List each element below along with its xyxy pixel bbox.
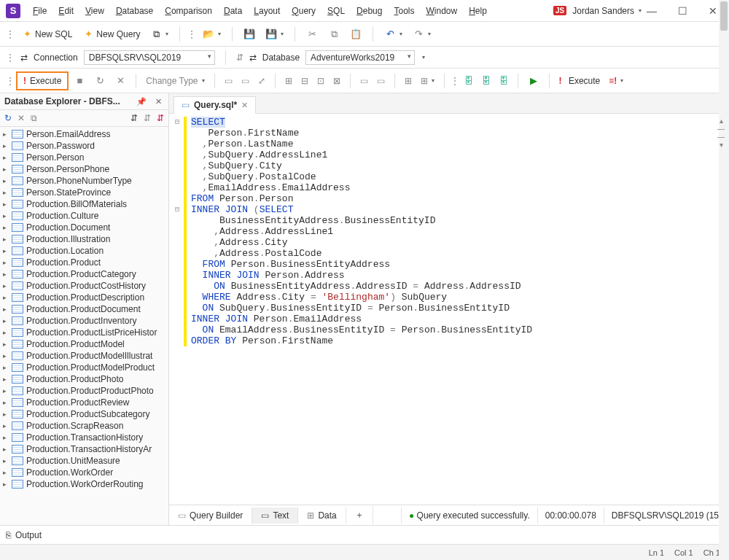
refresh-explorer-icon[interactable]: ↻ bbox=[4, 113, 12, 123]
execute-options[interactable]: ≡!▾ bbox=[605, 74, 627, 88]
table-row[interactable]: ▸Production.Illustration bbox=[0, 233, 168, 245]
cut-button[interactable]: ✂ bbox=[303, 26, 321, 42]
menu-help[interactable]: Help bbox=[464, 3, 492, 19]
query-builder-tab[interactable]: ▭Query Builder bbox=[169, 508, 252, 524]
tool-icon-3[interactable]: ⤢ bbox=[254, 74, 269, 88]
menu-edit[interactable]: Edit bbox=[53, 3, 79, 19]
output-icon[interactable]: ⎘ bbox=[6, 530, 11, 540]
db-icon[interactable]: ⇵ bbox=[236, 52, 243, 63]
plug-icon[interactable]: ⇄ bbox=[20, 52, 28, 63]
table-row[interactable]: ▸Production.ProductProductPhoto bbox=[0, 385, 168, 397]
table-row[interactable]: ▸Person.StateProvince bbox=[0, 187, 168, 198]
filter-icon-3[interactable]: ⇵ bbox=[157, 113, 164, 123]
table-row[interactable]: ▸Production.BillOfMaterials bbox=[0, 198, 168, 210]
tab-query[interactable]: ▭ Query.sql* ✕ bbox=[174, 96, 256, 114]
db-action-3[interactable]: 🗄 bbox=[496, 74, 512, 88]
table-row[interactable]: ▸Production.TransactionHistory bbox=[0, 432, 168, 443]
toolbar-icon[interactable]: ⧉▾ bbox=[147, 26, 172, 42]
db-switch-icon[interactable]: ⇄ bbox=[249, 52, 257, 63]
table-row[interactable]: ▸Person.PhoneNumberType bbox=[0, 175, 168, 187]
tool-icon-11[interactable]: ⊞▾ bbox=[417, 74, 438, 88]
user-name[interactable]: Jordan Sanders bbox=[572, 6, 634, 16]
table-row[interactable]: ▸Production.Document bbox=[0, 222, 168, 233]
execute-button-2[interactable]: ! Execute bbox=[555, 74, 604, 88]
table-row[interactable]: ▸Production.WorkOrder bbox=[0, 467, 168, 478]
menu-window[interactable]: Window bbox=[421, 3, 462, 19]
table-row[interactable]: ▸Production.ProductCostHistory bbox=[0, 280, 168, 292]
add-tab-button[interactable]: ＋ bbox=[346, 506, 373, 524]
paste-button[interactable]: 📋 bbox=[346, 26, 365, 42]
copy-icon[interactable]: ⧉ bbox=[31, 113, 37, 123]
explorer-close-icon[interactable]: ✕ bbox=[153, 97, 164, 106]
menu-file[interactable]: File bbox=[28, 3, 52, 19]
db-action-2[interactable]: 🗄 bbox=[478, 74, 494, 88]
db-action-1[interactable]: 🗄 bbox=[461, 74, 477, 88]
tool-icon-10[interactable]: ⊞ bbox=[401, 74, 416, 88]
tool-icon-4[interactable]: ⊞ bbox=[281, 74, 296, 88]
explorer-tree[interactable]: ▸Person.EmailAddress▸Person.Password▸Per… bbox=[0, 127, 168, 525]
menu-tools[interactable]: Tools bbox=[389, 3, 419, 19]
undo-button[interactable]: ↶▾ bbox=[381, 26, 406, 42]
table-row[interactable]: ▸Person.PersonPhone bbox=[0, 163, 168, 175]
new-sql-button[interactable]: ✦New SQL bbox=[17, 26, 76, 42]
menu-query[interactable]: Query bbox=[286, 3, 321, 19]
table-row[interactable]: ▸Production.Location bbox=[0, 245, 168, 257]
table-row[interactable]: ▸Production.ProductCategory bbox=[0, 268, 168, 280]
connection-combo[interactable]: DBFSQLSRV\SQL2019 bbox=[84, 50, 215, 65]
save-all-button[interactable]: 💾▾ bbox=[262, 26, 287, 42]
output-label[interactable]: Output bbox=[15, 530, 42, 540]
table-row[interactable]: ▸Production.ProductModelProduct bbox=[0, 362, 168, 373]
text-tab[interactable]: ▭Text bbox=[252, 508, 298, 524]
stop-button[interactable]: ■ bbox=[70, 73, 89, 89]
database-combo[interactable]: AdventureWorks2019 bbox=[305, 50, 415, 65]
filter-icon-2[interactable]: ⇵ bbox=[144, 113, 151, 123]
table-row[interactable]: ▸Production.UnitMeasure bbox=[0, 455, 168, 467]
tool-icon-5[interactable]: ⊟ bbox=[297, 74, 312, 88]
cancel-button[interactable]: ✕ bbox=[111, 73, 130, 89]
table-row[interactable]: ▸Person.EmailAddress bbox=[0, 128, 168, 140]
table-row[interactable]: ▸Person.Person bbox=[0, 152, 168, 163]
menu-sql[interactable]: SQL bbox=[322, 3, 350, 19]
tool-icon-9[interactable]: ▭ bbox=[373, 74, 389, 88]
copy-button[interactable]: ⧉ bbox=[324, 26, 343, 42]
table-row[interactable]: ▸Production.TransactionHistoryAr bbox=[0, 443, 168, 455]
redo-button[interactable]: ↷▾ bbox=[409, 26, 434, 42]
table-row[interactable]: ▸Production.WorkOrderRouting bbox=[0, 478, 168, 490]
table-row[interactable]: ▸Production.ProductModel bbox=[0, 338, 168, 350]
save-button[interactable]: 💾 bbox=[240, 26, 259, 42]
table-row[interactable]: ▸Production.ProductDescription bbox=[0, 292, 168, 303]
minimize-button[interactable]: — bbox=[642, 5, 662, 17]
tab-close-icon[interactable]: ✕ bbox=[241, 101, 248, 110]
tool-icon-6[interactable]: ⊡ bbox=[313, 74, 328, 88]
tool-icon-8[interactable]: ▭ bbox=[356, 74, 372, 88]
table-row[interactable]: ▸Production.ProductInventory bbox=[0, 315, 168, 327]
delete-icon[interactable]: ✕ bbox=[17, 113, 25, 123]
open-button[interactable]: 📂▾ bbox=[199, 26, 225, 42]
table-row[interactable]: ▸Production.ProductPhoto bbox=[0, 373, 168, 385]
run-button[interactable]: ▶ bbox=[524, 73, 543, 89]
table-row[interactable]: ▸Production.ProductListPriceHistor bbox=[0, 327, 168, 338]
refresh-button[interactable]: ↻ bbox=[90, 73, 109, 89]
new-query-button[interactable]: ✦New Query bbox=[79, 26, 144, 42]
table-row[interactable]: ▸Person.Password bbox=[0, 140, 168, 152]
table-row[interactable]: ▸Production.Product bbox=[0, 257, 168, 268]
filter-icon-1[interactable]: ⇵ bbox=[130, 113, 138, 123]
menu-layout[interactable]: Layout bbox=[249, 3, 285, 19]
sql-editor[interactable]: ⊟SELECT Person.FirstName ,Person.LastNam… bbox=[169, 114, 729, 349]
table-row[interactable]: ▸Production.ProductDocument bbox=[0, 303, 168, 315]
tool-icon-7[interactable]: ⊠ bbox=[330, 74, 344, 88]
pin-icon[interactable]: 📌 bbox=[134, 97, 149, 106]
execute-button[interactable]: !Execute bbox=[16, 71, 69, 90]
change-type-button[interactable]: Change Type▾ bbox=[142, 74, 208, 88]
table-row[interactable]: ▸Production.Culture bbox=[0, 210, 168, 222]
table-row[interactable]: ▸Production.ProductModelIllustrat bbox=[0, 350, 168, 362]
menu-data[interactable]: Data bbox=[219, 3, 247, 19]
maximize-button[interactable]: ☐ bbox=[672, 5, 693, 17]
table-row[interactable]: ▸Production.ProductSubcategory bbox=[0, 408, 168, 420]
menu-comparison[interactable]: Comparison bbox=[160, 3, 217, 19]
tool-icon-2[interactable]: ▭ bbox=[238, 74, 253, 88]
menu-database[interactable]: Database bbox=[111, 3, 158, 19]
table-row[interactable]: ▸Production.ScrapReason bbox=[0, 420, 168, 432]
tool-icon-1[interactable]: ▭ bbox=[221, 74, 236, 88]
menu-view[interactable]: View bbox=[80, 3, 109, 19]
